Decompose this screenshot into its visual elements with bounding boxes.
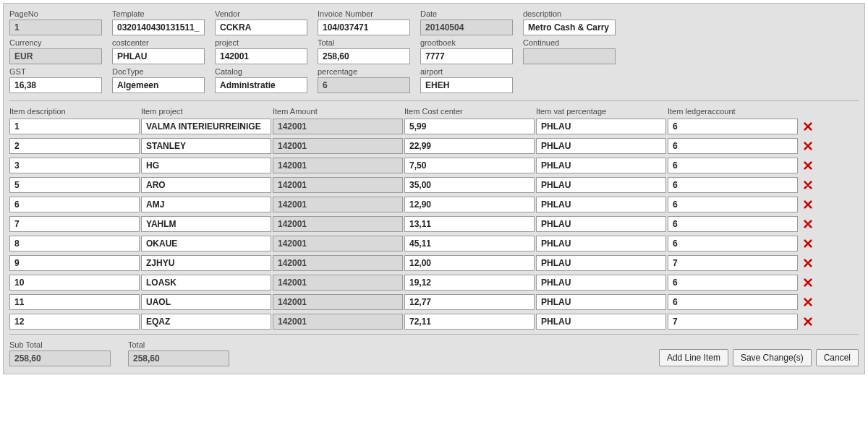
delete-row-button[interactable]: [799, 238, 817, 249]
line-item-input[interactable]: [9, 236, 140, 251]
header-input[interactable]: [420, 77, 513, 93]
line-item-input[interactable]: [9, 275, 140, 291]
delete-row-button[interactable]: [799, 141, 817, 151]
line-item-input[interactable]: [404, 314, 535, 330]
delete-row-button[interactable]: [799, 121, 817, 132]
line-item-input[interactable]: [404, 197, 535, 212]
line-item-input[interactable]: [404, 119, 535, 134]
line-item-input[interactable]: [141, 294, 271, 310]
line-item-input[interactable]: [141, 255, 271, 271]
line-item-input[interactable]: [536, 255, 666, 271]
delete-icon: [803, 238, 813, 249]
line-item-input[interactable]: [404, 236, 535, 251]
line-item-input[interactable]: [9, 314, 140, 330]
line-item-input[interactable]: [141, 119, 271, 134]
header-cell: costcenter: [112, 37, 205, 64]
line-item-input[interactable]: [141, 236, 271, 251]
line-item-input: [273, 177, 403, 193]
line-items-body: [9, 119, 859, 330]
line-item-input[interactable]: [668, 119, 798, 134]
delete-row-button[interactable]: [799, 317, 817, 327]
line-item-input[interactable]: [536, 138, 666, 154]
line-item-input[interactable]: [141, 158, 271, 173]
header-input[interactable]: [9, 77, 102, 93]
line-items-section: Item descriptionItem projectItem AmountI…: [9, 100, 859, 330]
header-input[interactable]: [215, 20, 307, 35]
save-changes-button[interactable]: Save Change(s): [733, 349, 812, 366]
header-input[interactable]: [215, 77, 307, 93]
header-input[interactable]: [112, 77, 205, 93]
line-item-input[interactable]: [536, 158, 666, 173]
header-cell: Continued: [523, 37, 616, 64]
delete-row-button[interactable]: [799, 160, 817, 171]
header-input[interactable]: [112, 20, 205, 35]
line-item-input[interactable]: [536, 216, 666, 232]
line-item-input[interactable]: [668, 197, 798, 212]
header-input[interactable]: [420, 48, 513, 64]
line-item-input[interactable]: [141, 197, 271, 212]
line-item-input[interactable]: [141, 177, 271, 193]
line-item-input[interactable]: [9, 197, 140, 212]
line-item-input[interactable]: [9, 119, 140, 134]
line-item-input[interactable]: [536, 197, 666, 212]
header-input: [9, 48, 102, 64]
line-item-input[interactable]: [9, 255, 140, 271]
line-item-input[interactable]: [668, 314, 798, 330]
header-input[interactable]: [523, 20, 616, 35]
delete-icon: [803, 199, 813, 210]
delete-row-button[interactable]: [799, 219, 817, 229]
line-item-input[interactable]: [404, 255, 535, 271]
line-item-input[interactable]: [404, 138, 535, 154]
cancel-button[interactable]: Cancel: [816, 349, 859, 366]
line-item-input[interactable]: [536, 275, 666, 291]
line-item-input: [273, 216, 403, 232]
line-item-input[interactable]: [536, 294, 666, 310]
line-item-input[interactable]: [9, 158, 140, 173]
line-item-input[interactable]: [141, 275, 271, 291]
line-item-input[interactable]: [668, 216, 798, 232]
line-item-input[interactable]: [668, 236, 798, 251]
delete-row-button[interactable]: [799, 258, 817, 268]
table-row: [9, 119, 859, 134]
delete-icon: [803, 317, 813, 327]
line-item-input[interactable]: [536, 314, 666, 330]
delete-row-button[interactable]: [799, 297, 817, 307]
line-item-input[interactable]: [536, 236, 666, 251]
line-item-input[interactable]: [141, 216, 271, 232]
line-items-column-label: Item Amount: [273, 106, 403, 119]
header-input[interactable]: [318, 48, 410, 64]
line-item-input[interactable]: [141, 314, 271, 330]
line-item-input[interactable]: [668, 158, 798, 173]
line-item-input[interactable]: [404, 216, 535, 232]
line-item-input[interactable]: [404, 294, 535, 310]
header-cell: DocType: [112, 66, 205, 93]
header-input[interactable]: [215, 48, 307, 64]
line-item-input[interactable]: [404, 275, 535, 291]
delete-row-button[interactable]: [799, 180, 817, 190]
delete-row-button[interactable]: [799, 199, 817, 210]
line-item-input[interactable]: [9, 216, 140, 232]
line-item-input[interactable]: [141, 138, 271, 154]
delete-row-button[interactable]: [799, 278, 817, 288]
line-item-input[interactable]: [536, 119, 666, 134]
line-item-input[interactable]: [9, 138, 140, 154]
line-item-input: [273, 294, 403, 310]
header-input[interactable]: [318, 20, 410, 35]
header-cell: Vendor: [215, 8, 307, 35]
line-item-input[interactable]: [668, 294, 798, 310]
header-label: Invoice Number: [318, 8, 410, 20]
header-label: Template: [112, 8, 205, 20]
line-item-input[interactable]: [9, 294, 140, 310]
line-item-input[interactable]: [668, 275, 798, 291]
line-item-input[interactable]: [404, 177, 535, 193]
add-line-item-button[interactable]: Add Line Item: [659, 349, 728, 366]
table-row: [9, 177, 859, 193]
line-item-input[interactable]: [404, 158, 535, 173]
line-item-input[interactable]: [9, 177, 140, 193]
line-item-input[interactable]: [668, 138, 798, 154]
line-item-input[interactable]: [668, 177, 798, 193]
line-item-input[interactable]: [668, 255, 798, 271]
header-cell: description: [523, 8, 616, 35]
header-input[interactable]: [112, 48, 205, 64]
line-item-input[interactable]: [536, 177, 666, 193]
